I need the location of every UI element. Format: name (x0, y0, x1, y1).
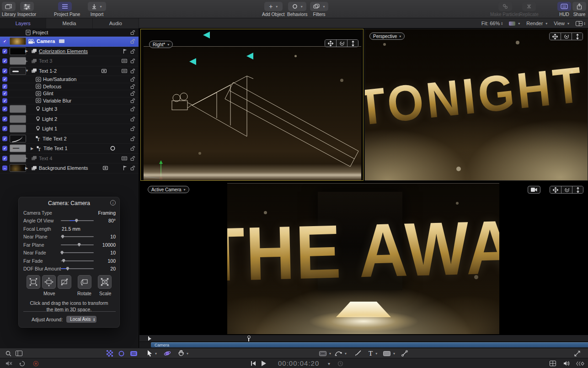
select-transform-tool[interactable]: ▾ (147, 348, 157, 358)
timecode-popup[interactable]: ▾ (326, 358, 330, 368)
layer-row-colorization-elements[interactable]: ✓▶Colorization Elements (0, 47, 139, 57)
view-popup[interactable]: View ▾ (554, 21, 569, 26)
disclosure-triangle[interactable]: ▶ (31, 146, 35, 151)
search-button[interactable] (5, 348, 11, 358)
lock-icon[interactable] (130, 77, 135, 82)
go-to-start-button[interactable] (251, 358, 256, 368)
layer-row-background-elements[interactable]: –▶Background Elements (0, 163, 139, 173)
layer-checkbox[interactable]: ✓ (2, 68, 7, 73)
library-button[interactable]: Library (2, 2, 16, 17)
parameter-slider[interactable] (61, 265, 94, 273)
lock-icon[interactable] (130, 107, 135, 112)
show-filters-toggle[interactable] (107, 348, 113, 358)
viewport-perspective[interactable]: TONIGHT Perspective ▾ (364, 29, 588, 181)
dolly-tool-button[interactable] (572, 33, 583, 40)
viewport-active-camera[interactable]: THE AWARDS Active Camera ▾ (139, 182, 588, 335)
move-screen-button[interactable] (58, 275, 71, 289)
scale-button[interactable] (98, 275, 112, 289)
loop-button[interactable] (19, 358, 25, 368)
layer-checkbox[interactable]: ✓ (2, 49, 7, 54)
lock-icon[interactable] (130, 68, 135, 73)
lock-icon[interactable] (130, 59, 135, 64)
slider-thumb[interactable] (66, 267, 69, 271)
flag-icon[interactable] (123, 166, 127, 171)
import-button[interactable]: ▾ Import (88, 2, 106, 17)
viewport-right-view[interactable]: Right* ▾ (140, 29, 363, 181)
play-range-start-marker[interactable] (148, 336, 151, 341)
parameter-value[interactable]: 10000 (94, 242, 116, 248)
layer-row-title-text-1[interactable]: ✓▶TTitle Text 1 (0, 144, 139, 154)
lock-icon[interactable] (130, 91, 135, 96)
disclosure-triangle[interactable]: ▶ (25, 166, 29, 170)
layer-checkbox[interactable]: ✓ (2, 91, 7, 96)
behaviors-button[interactable]: ▾ Behaviors (287, 2, 307, 17)
layer-row-text-4[interactable]: ✓▶Text 4 (0, 154, 139, 164)
lock-icon[interactable] (130, 84, 135, 89)
layer-checkbox[interactable]: ✓ (2, 77, 7, 82)
layer-checkbox[interactable]: ✓ (2, 39, 7, 44)
pan-tool-button[interactable] (550, 186, 561, 193)
viewport-camera-popup[interactable]: Right* ▾ (149, 41, 173, 48)
viewport-camera-popup[interactable]: Perspective ▾ (369, 32, 405, 40)
flag-icon[interactable] (123, 49, 127, 54)
layout-popup[interactable]: ▴▾ (576, 21, 585, 26)
info-icon[interactable]: i (110, 200, 116, 206)
lock-icon[interactable] (130, 49, 135, 54)
slider-thumb[interactable] (61, 235, 64, 238)
audio-button[interactable] (563, 358, 570, 368)
shape-tool[interactable]: ▾ (383, 348, 395, 358)
slider-thumb[interactable] (75, 219, 78, 222)
layer-checkbox[interactable]: ✓ (2, 107, 7, 112)
layer-checkbox[interactable]: ✓ (2, 146, 7, 151)
dolly-tool-button[interactable] (572, 186, 583, 193)
layer-row-defocus[interactable]: ✓Defocus (0, 83, 139, 91)
channels-popup[interactable]: ▾ (509, 22, 520, 26)
rotate-button[interactable] (78, 275, 91, 289)
fit-zoom-popup[interactable]: Fit: 66% ▴▾ (481, 21, 502, 26)
layer-checkbox[interactable]: ✓ (2, 84, 7, 89)
layer-row-glint[interactable]: ✓Glint (0, 90, 139, 97)
layer-checkbox[interactable]: ✓ (2, 156, 7, 161)
timecode-display[interactable]: 00:00:04:20 (278, 359, 319, 367)
add-object-button[interactable]: +▾ Add Object (262, 2, 284, 17)
layer-row-text-3[interactable]: ✓▶Text 3 (0, 56, 139, 66)
layer-checkbox[interactable]: ✓ (2, 136, 7, 141)
disclosure-triangle[interactable]: ▶ (25, 156, 29, 160)
show-behaviors-toggle[interactable] (118, 348, 124, 358)
lock-icon[interactable] (130, 146, 135, 151)
disclosure-triangle[interactable]: ▶ (25, 59, 29, 63)
orbit-tool-button[interactable] (561, 186, 572, 193)
disclosure-triangle[interactable]: ▶ (25, 49, 29, 53)
image-mask-tool[interactable]: ▾ (319, 348, 331, 358)
tab-audio[interactable]: Audio (93, 18, 139, 28)
timeline-ruler[interactable] (139, 335, 588, 342)
parameter-value[interactable]: 100 (94, 258, 116, 264)
slider-thumb[interactable] (62, 259, 65, 263)
inspector-button[interactable]: Inspector (17, 2, 36, 17)
hud-panel[interactable]: Camera: Camera i Camera TypeFramingAngle… (18, 197, 120, 328)
parameter-value[interactable]: 10 (94, 234, 116, 239)
tab-media[interactable]: Media (46, 18, 92, 28)
pan-tool-button[interactable] (325, 40, 336, 47)
layer-row-hue-saturation[interactable]: ✓Hue/Saturation (0, 76, 139, 83)
parameter-slider[interactable] (61, 217, 94, 225)
parameter-value[interactable]: 10 (94, 250, 116, 255)
parameter-value[interactable]: 20 (94, 266, 116, 271)
orbit-tool-button[interactable] (561, 33, 572, 40)
project-pane-button[interactable]: Project Pane (54, 2, 80, 17)
camera-track-bar[interactable]: Camera (151, 342, 588, 347)
layer-row-project[interactable]: Project (0, 28, 139, 37)
paint-stroke-tool[interactable] (355, 348, 361, 358)
layer-checkbox[interactable]: ✓ (2, 59, 7, 64)
orbit-tool-button[interactable] (336, 40, 347, 47)
layer-checkbox[interactable]: ✓ (2, 98, 7, 103)
playhead[interactable] (247, 336, 250, 341)
filters-button[interactable]: ▾ Filters (310, 2, 328, 17)
layer-row-light-2[interactable]: ✓Light 2 (0, 114, 139, 124)
lock-icon[interactable] (130, 116, 135, 121)
parameter-slider[interactable] (61, 233, 94, 241)
hud-button[interactable]: HUD (557, 2, 571, 17)
parameter-slider[interactable] (61, 249, 94, 257)
lock-icon[interactable] (130, 166, 135, 171)
slider-thumb[interactable] (60, 251, 64, 254)
